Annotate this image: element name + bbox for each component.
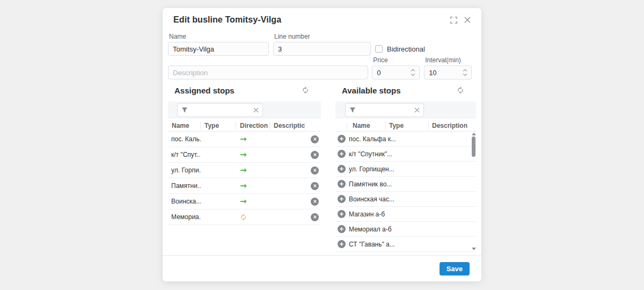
stop-name: ул. Горпищен... — [347, 165, 476, 173]
remove-stop-icon[interactable] — [311, 135, 319, 143]
chevron-up-icon — [411, 69, 415, 72]
available-stop-row[interactable]: ул. Горпищен... — [335, 162, 476, 177]
available-stop-row[interactable]: Памятник во... — [335, 177, 476, 192]
chevron-up-icon — [463, 69, 467, 72]
available-stop-row[interactable]: Мемориал а-б — [335, 222, 476, 237]
available-filter-bar — [335, 102, 476, 119]
stop-name: Магазин а-б — [347, 211, 476, 218]
bidirectional-checkbox[interactable] — [375, 45, 383, 53]
direction-sync-icon — [240, 214, 247, 221]
line-number-label: Line number — [273, 33, 371, 40]
dialog-header: Edit busline Tomitsy-Vilga — [163, 8, 481, 32]
add-stop-icon[interactable] — [338, 165, 346, 173]
dialog-title: Edit busline Tomitsy-Vilga — [173, 15, 281, 25]
column-header-direction[interactable]: Direction — [236, 122, 270, 129]
remove-stop-icon[interactable] — [311, 213, 319, 221]
remove-stop-icon[interactable] — [311, 198, 319, 206]
stop-direction: → — [236, 166, 270, 175]
filter-funnel-icon[interactable] — [349, 107, 356, 113]
filter-clear-icon[interactable] — [414, 107, 420, 113]
column-header-name[interactable]: Name — [347, 122, 386, 129]
assigned-stop-row[interactable]: Мемориа... → — [168, 209, 321, 225]
stop-name: ул. Горпи... — [168, 166, 201, 174]
row-actions — [335, 240, 347, 248]
scrollbar-up-arrow[interactable] — [472, 133, 476, 135]
assigned-stops-panel: Assigned stops — [168, 83, 321, 252]
name-label: Name — [168, 33, 269, 40]
column-header-type[interactable]: Type — [201, 122, 236, 129]
price-stepper[interactable] — [411, 69, 415, 76]
filter-funnel-icon[interactable] — [181, 107, 188, 113]
available-stop-row[interactable]: Воинская час... — [335, 192, 476, 207]
row-actions — [335, 165, 347, 173]
add-stop-icon[interactable] — [338, 240, 346, 248]
stop-name: Воинска... — [168, 198, 201, 205]
direction-forward-icon: → — [240, 135, 247, 143]
form-row-2: Price Interval(min) — [168, 56, 476, 79]
assigned-stop-row[interactable]: пос. Каль... → — [168, 132, 321, 147]
stop-direction: → — [236, 214, 270, 221]
add-stop-icon[interactable] — [338, 210, 346, 218]
line-number-input[interactable] — [273, 42, 371, 56]
assigned-rows: пос. Каль... → к/т "Спут... → — [168, 132, 321, 225]
bidirectional-checkbox-group[interactable]: Bidirectional — [375, 42, 425, 56]
remove-stop-icon[interactable] — [311, 166, 319, 175]
remove-stop-icon[interactable] — [311, 151, 319, 159]
stop-name: Памятни... — [168, 182, 201, 190]
chevron-down-icon — [463, 74, 467, 76]
name-input[interactable] — [168, 42, 269, 56]
page-background: Edit busline Tomitsy-Vilga Name — [0, 0, 644, 290]
available-stop-row[interactable]: пос. Кальфа к... — [335, 132, 476, 147]
assigned-stop-row[interactable]: Памятни... → — [168, 178, 321, 194]
column-header-actions — [335, 122, 347, 129]
filter-clear-icon[interactable] — [253, 107, 259, 113]
row-actions — [305, 213, 321, 221]
row-actions — [335, 225, 347, 233]
assigned-filter-input[interactable] — [177, 103, 263, 117]
column-header-description[interactable]: Description — [429, 122, 476, 129]
column-header-name[interactable]: Name — [168, 122, 201, 129]
assigned-stop-row[interactable]: Воинска... → — [168, 194, 321, 209]
stops-section: Assigned stops — [168, 83, 476, 252]
available-stop-row[interactable]: к/т "Спутник"... — [335, 147, 476, 162]
stop-name: к/т "Спутник"... — [347, 150, 476, 158]
assigned-filter-wrap — [177, 103, 263, 117]
refresh-icon[interactable] — [302, 86, 309, 94]
assigned-filter-bar — [168, 102, 321, 119]
description-input[interactable] — [168, 66, 368, 79]
add-stop-icon[interactable] — [338, 135, 346, 143]
row-actions — [335, 195, 347, 203]
stop-name: Мемориа... — [168, 213, 201, 221]
refresh-icon[interactable] — [457, 86, 464, 94]
scrollbar-thumb[interactable] — [472, 136, 475, 157]
row-actions — [305, 166, 321, 175]
available-stop-row[interactable]: СТ "Гавань" а... — [335, 237, 476, 252]
stop-name: Памятник во... — [347, 180, 476, 188]
row-actions — [305, 151, 321, 159]
window-controls — [450, 17, 471, 24]
save-button[interactable]: Save — [440, 262, 470, 276]
stop-name: пос. Каль... — [168, 135, 201, 143]
row-actions — [305, 135, 321, 143]
name-field-group: Name — [168, 33, 269, 56]
available-table-body: пос. Кальфа к... к/т "Спутник"... ул. Го… — [335, 132, 476, 252]
available-stops-panel: Available stops — [335, 83, 476, 252]
add-stop-icon[interactable] — [338, 195, 346, 203]
assigned-stop-row[interactable]: ул. Горпи... → — [168, 163, 321, 178]
column-header-type[interactable]: Type — [386, 122, 429, 129]
scrollbar-down-arrow[interactable] — [472, 248, 476, 250]
close-icon[interactable] — [464, 17, 471, 23]
available-stop-row[interactable]: Магазин а-б — [335, 207, 476, 222]
fullscreen-icon[interactable] — [450, 17, 457, 24]
line-number-field-group: Line number — [273, 33, 371, 56]
add-stop-icon[interactable] — [338, 180, 346, 188]
column-header-description[interactable]: Description — [270, 122, 305, 129]
direction-forward-icon: → — [240, 182, 247, 190]
add-stop-icon[interactable] — [338, 150, 346, 158]
available-panel-header: Available stops — [335, 83, 476, 97]
assigned-stop-row[interactable]: к/т "Спут... → — [168, 147, 321, 163]
available-filter-input[interactable] — [345, 103, 424, 117]
remove-stop-icon[interactable] — [311, 182, 319, 190]
interval-stepper[interactable] — [463, 69, 467, 76]
add-stop-icon[interactable] — [338, 225, 346, 233]
